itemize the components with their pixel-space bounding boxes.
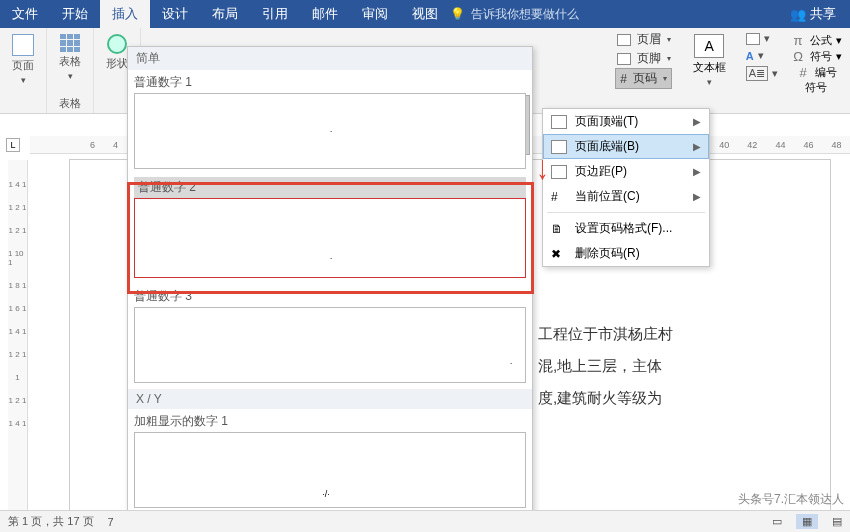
char-count[interactable]: 7 bbox=[108, 516, 114, 528]
footer-icon bbox=[617, 53, 631, 65]
wordart-button[interactable]: A▾ bbox=[746, 49, 778, 62]
group-pages: 页面▾ bbox=[0, 28, 47, 113]
remove-icon: ✖ bbox=[551, 247, 567, 261]
tab-layout[interactable]: 布局 bbox=[200, 0, 250, 28]
quick-parts-button[interactable]: ▾ bbox=[746, 32, 778, 45]
page-margin-icon bbox=[551, 165, 567, 179]
view-print-layout[interactable]: ▦ bbox=[796, 514, 818, 529]
gallery-option-plain-2[interactable]: 普通数字 2 ˙ bbox=[128, 175, 532, 284]
vertical-ruler[interactable]: 1 4 11 2 11 2 11 10 11 8 11 6 11 4 11 2 … bbox=[8, 160, 28, 512]
menu-remove-page-numbers[interactable]: ✖删除页码(R) bbox=[543, 241, 709, 266]
tab-review[interactable]: 审阅 bbox=[350, 0, 400, 28]
doc-icon bbox=[746, 33, 760, 45]
current-pos-icon: # bbox=[551, 190, 567, 204]
tab-design[interactable]: 设计 bbox=[150, 0, 200, 28]
shapes-icon bbox=[107, 34, 127, 54]
gallery-category-simple: 简单 bbox=[128, 47, 532, 70]
tab-file[interactable]: 文件 bbox=[0, 0, 50, 28]
gallery-category-xy: X / Y bbox=[128, 389, 532, 409]
page-number-button[interactable]: #页码▾ bbox=[615, 68, 672, 89]
view-web-layout[interactable]: ▤ bbox=[832, 515, 842, 528]
status-bar: 第 1 页，共 17 页 7 ▭ ▦ ▤ bbox=[0, 510, 850, 532]
tab-selector[interactable]: L bbox=[6, 138, 20, 152]
group-symbols: π公式▾ Ω符号▾ #编号 符号 bbox=[782, 28, 850, 113]
group-header-footer: 页眉▾ 页脚▾ #页码▾ bbox=[611, 28, 677, 113]
menu-page-bottom[interactable]: 页面底端(B)▶ bbox=[543, 134, 709, 159]
table-icon bbox=[60, 34, 80, 52]
pi-icon: π bbox=[790, 32, 806, 48]
share-button[interactable]: 👥 共享 bbox=[776, 0, 850, 28]
group-tables: 表格▾ 表格 bbox=[47, 28, 94, 113]
page-number-gallery: 简单 普通数字 1 ˙ 普通数字 2 ˙ 普通数字 3 ˙ X / Y 加粗显示… bbox=[127, 46, 533, 516]
menu-page-margin[interactable]: 页边距(P)▶ bbox=[543, 159, 709, 184]
header-icon bbox=[617, 34, 631, 46]
wordart-icon: A bbox=[746, 50, 754, 62]
view-read-mode[interactable]: ▭ bbox=[772, 515, 782, 528]
textbox-icon: A bbox=[694, 34, 724, 58]
footer-button[interactable]: 页脚▾ bbox=[613, 49, 675, 68]
format-icon: 🗎 bbox=[551, 222, 567, 236]
symbol-button[interactable]: Ω符号▾ bbox=[790, 48, 842, 64]
tell-me-search[interactable]: 💡 告诉我你想要做什么 bbox=[450, 0, 579, 28]
page-top-icon bbox=[551, 115, 567, 129]
document-text: 工程位于市淇杨庄村 混,地上三层，主体 度,建筑耐火等级为 bbox=[538, 318, 673, 414]
group-text-misc: ▾ A▾ A≣▾ bbox=[742, 28, 782, 113]
equation-button[interactable]: π公式▾ bbox=[790, 32, 842, 48]
lightbulb-icon: 💡 bbox=[450, 7, 465, 21]
page-icon bbox=[12, 34, 34, 56]
tab-mailings[interactable]: 邮件 bbox=[300, 0, 350, 28]
ribbon-tabs: 文件 开始 插入 设计 布局 引用 邮件 审阅 视图 💡 告诉我你想要做什么 👥… bbox=[0, 0, 850, 28]
textbox-button[interactable]: A 文本框▾ bbox=[687, 32, 732, 89]
pages-button[interactable]: 页面▾ bbox=[6, 32, 40, 87]
tab-references[interactable]: 引用 bbox=[250, 0, 300, 28]
menu-page-top[interactable]: 页面顶端(T)▶ bbox=[543, 109, 709, 134]
gallery-option-plain-1[interactable]: 普通数字 1 ˙ bbox=[128, 70, 532, 175]
watermark-text: 头条号7.汇本领达人 bbox=[738, 491, 844, 508]
share-icon: 👥 bbox=[790, 7, 806, 22]
header-button[interactable]: 页眉▾ bbox=[613, 30, 675, 49]
gallery-option-bold-1[interactable]: 加粗显示的数字 1 ·/· bbox=[128, 409, 532, 514]
gallery-option-plain-3[interactable]: 普通数字 3 ˙ bbox=[128, 284, 532, 389]
menu-current-position[interactable]: #当前位置(C)▶ bbox=[543, 184, 709, 209]
group-textbox: A 文本框▾ bbox=[677, 28, 742, 113]
table-button[interactable]: 表格▾ bbox=[53, 32, 87, 83]
annotation-arrow: ↓ bbox=[537, 148, 549, 187]
page-bottom-icon bbox=[551, 140, 567, 154]
number-button[interactable]: #编号 bbox=[795, 64, 837, 80]
tab-insert[interactable]: 插入 bbox=[100, 0, 150, 28]
page-indicator[interactable]: 第 1 页，共 17 页 bbox=[8, 514, 94, 529]
page-number-menu: 页面顶端(T)▶ 页面底端(B)▶ 页边距(P)▶ #当前位置(C)▶ 🗎设置页… bbox=[542, 108, 710, 267]
tab-view[interactable]: 视图 bbox=[400, 0, 450, 28]
dropcap-icon: A≣ bbox=[746, 66, 768, 81]
number-icon: # bbox=[795, 64, 811, 80]
tab-home[interactable]: 开始 bbox=[50, 0, 100, 28]
omega-icon: Ω bbox=[790, 48, 806, 64]
menu-format-page-numbers[interactable]: 🗎设置页码格式(F)... bbox=[543, 216, 709, 241]
page-number-icon: # bbox=[620, 72, 627, 86]
dropcap-button[interactable]: A≣▾ bbox=[746, 66, 778, 81]
